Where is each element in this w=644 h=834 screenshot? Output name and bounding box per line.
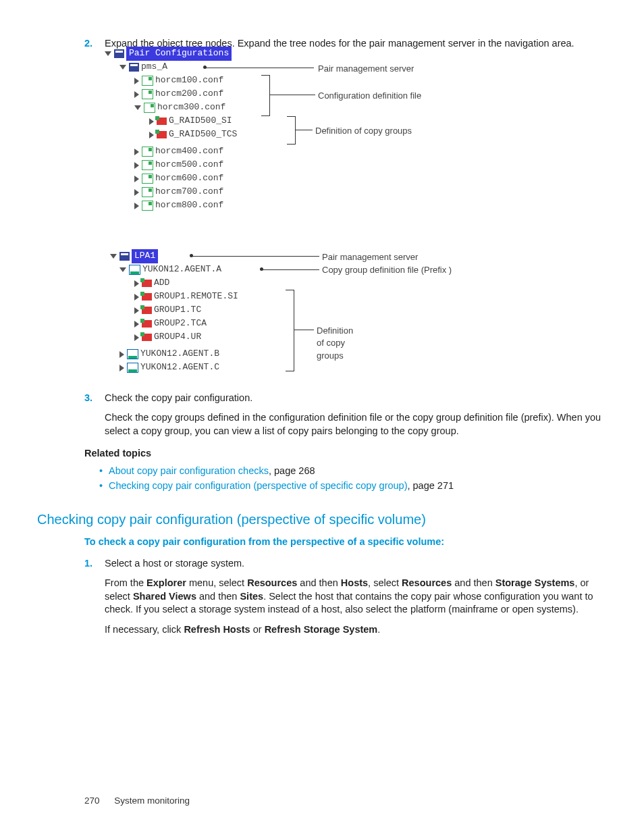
annotation-agent: Copy group definition file (Prefix ) [322, 265, 452, 276]
tree-file: horcm100.conf [155, 74, 223, 87]
section-heading: Checking copy pair configuration (perspe… [37, 511, 603, 529]
tree-agent: YUKON12.AGENT.A [142, 263, 221, 276]
step-3-para: Check the copy groups defined in the con… [105, 411, 603, 438]
file-icon [142, 174, 153, 184]
group-icon [142, 293, 152, 301]
tree-group: GROUP4.UR [154, 331, 201, 344]
file-icon [142, 201, 153, 211]
tree-group: GROUP2.TCA [154, 317, 207, 330]
file-icon [142, 76, 153, 86]
group-icon [142, 334, 152, 341]
step-number: 2. [84, 37, 105, 51]
file-icon [144, 103, 155, 113]
annotation-conf-file: Configuration definition file [318, 90, 421, 103]
tree-file: horcm600.conf [155, 172, 223, 185]
tree-server-2: LPA1 [132, 249, 158, 263]
server-icon [119, 252, 130, 261]
related-link[interactable]: About copy pair configuration checks [109, 465, 269, 476]
tree-file: horcm300.conf [157, 101, 225, 114]
tree-group: ADD [154, 277, 169, 290]
related-item: About copy pair configuration checks, pa… [99, 465, 603, 478]
step-1b: 1. Select a host or storage system. [84, 557, 603, 571]
group-icon [142, 280, 152, 287]
related-topics-list: About copy pair configuration checks, pa… [99, 465, 603, 493]
server-icon [129, 63, 139, 72]
annotation-pms2: Pair management server [322, 251, 418, 264]
config-icon [114, 49, 124, 58]
group-icon [157, 131, 167, 138]
tree-agent: YUKON12.AGENT.B [140, 348, 219, 361]
tree-file: horcm400.conf [155, 145, 223, 158]
annotation-pms: Pair management server [318, 63, 414, 76]
file-icon [142, 160, 153, 170]
tree-group: GROUP1.REMOTE.SI [154, 290, 238, 303]
related-topics-heading: Related topics [84, 447, 603, 461]
tree-root: Pair Configurations [126, 47, 232, 61]
group-icon [157, 118, 167, 125]
related-item: Checking copy pair configuration (perspe… [99, 479, 603, 493]
file-icon [142, 187, 153, 197]
tree-file: horcm500.conf [155, 159, 223, 172]
agent-icon [127, 363, 138, 373]
annotation-copy-groups-2: Definition of copy groups [317, 325, 353, 363]
group-icon [142, 307, 152, 314]
related-page: , page 268 [269, 465, 315, 476]
step-3: 3. Check the copy pair configuration. [84, 392, 603, 405]
file-icon [142, 89, 153, 99]
step-text: Check the copy pair configuration. [105, 392, 603, 405]
step-number: 1. [84, 557, 105, 571]
tree-group: G_RAID500_TCS [169, 128, 237, 141]
file-icon [142, 147, 153, 157]
related-page: , page 271 [407, 480, 454, 491]
tree-agent: YUKON12.AGENT.C [140, 361, 219, 374]
group-icon [142, 320, 152, 328]
step-1b-para2: If necessary, click Refresh Hosts or Ref… [105, 623, 603, 637]
step-1b-para1: From the Explorer menu, select Resources… [105, 577, 603, 617]
tree-diagram-1: Pair management server Configuration def… [105, 61, 603, 236]
procedure-heading: To check a copy pair configuration from … [84, 536, 603, 549]
tree-group: GROUP1.TC [154, 304, 201, 317]
related-link[interactable]: Checking copy pair configuration (perspe… [109, 480, 407, 491]
tree-file: horcm200.conf [155, 88, 223, 101]
step-text: Select a host or storage system. [105, 557, 603, 571]
tree-group: G_RAID500_SI [169, 115, 232, 128]
tree-diagram-2: Pair management server Copy group defini… [105, 250, 603, 378]
tree-file: horcm700.conf [155, 186, 223, 199]
agent-icon [127, 349, 138, 359]
agent-icon [129, 265, 140, 275]
tree-server: pms_A [141, 61, 167, 74]
step-number: 3. [84, 392, 105, 405]
tree-file: horcm800.conf [155, 199, 223, 212]
annotation-copy-groups: Definition of copy groups [315, 125, 412, 138]
